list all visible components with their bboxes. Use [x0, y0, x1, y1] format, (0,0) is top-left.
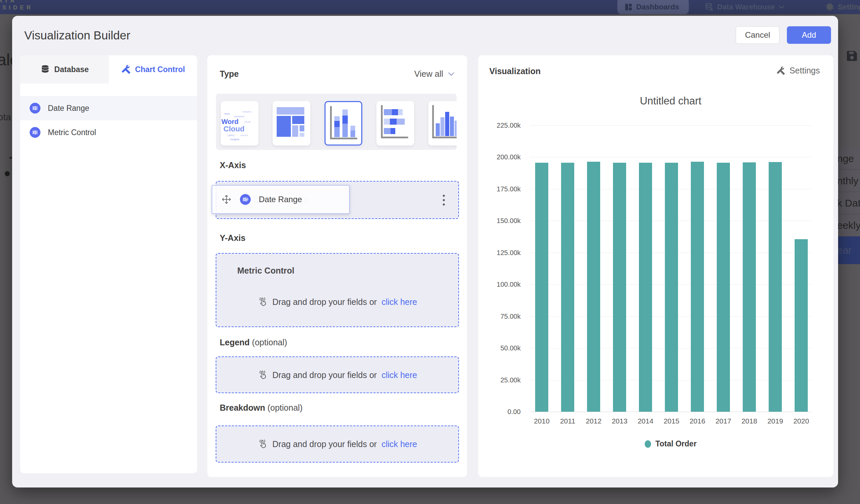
legend-dot	[645, 440, 651, 448]
y-axis-tick-label: 150.00k	[478, 217, 521, 225]
svg-text:Word: Word	[221, 118, 239, 125]
background-dropdown-fragment: nge nthly k Date eekly ear	[836, 147, 860, 264]
dropdown-option-fragment[interactable]: nthly	[836, 170, 860, 192]
add-button[interactable]: Add	[787, 26, 831, 44]
dropdown-option-fragment[interactable]: nge	[836, 147, 860, 170]
svg-text:ness: ness	[224, 112, 230, 115]
dropdown-option-fragment[interactable]: eekly	[836, 214, 860, 236]
chart-gridline	[530, 125, 812, 126]
tools-icon	[121, 64, 131, 74]
chevron-down-icon	[778, 5, 785, 9]
field-item-label: Date Range	[48, 104, 89, 113]
svg-text:analytics: analytics	[242, 111, 252, 113]
bar-2015[interactable]	[665, 163, 678, 412]
click-here-link[interactable]: click here	[382, 370, 417, 380]
drop-hint: Drag and drop your fields or click here	[216, 439, 458, 449]
gear-icon	[825, 2, 834, 12]
drop-hint-text: Drag and drop your fields or	[272, 370, 377, 380]
y-axis-zone-label: Metric Control	[237, 266, 294, 276]
fields-panel: Database Chart Control Date Range	[20, 55, 197, 473]
field-item-date-range[interactable]: Date Range	[20, 96, 197, 120]
chart-type-histogram[interactable]	[428, 101, 457, 146]
chart-type-stacked-bar[interactable]	[376, 101, 414, 146]
top-navbar: DATA INSIDER Dashboards Data Warehouse S…	[0, 0, 860, 14]
svg-text:keyword: keyword	[234, 115, 244, 118]
database-icon	[40, 64, 50, 74]
y-axis-tick-label: 200.00k	[478, 153, 521, 161]
chart-legend[interactable]: Total Order	[530, 439, 812, 448]
bar-2020[interactable]	[794, 239, 808, 412]
chart-type-treemap[interactable]	[273, 101, 310, 146]
drop-hint-text: Drag and drop your fields or	[272, 297, 377, 307]
nav-data-warehouse-label: Data Warehouse	[717, 3, 775, 12]
visualization-panel: Visualization Settings Untitled chart To…	[478, 55, 833, 477]
drop-hint: Drag and drop your fields or click here	[216, 370, 458, 380]
type-heading: Type	[220, 69, 239, 79]
svg-text:insights: insights	[230, 138, 239, 141]
tab-database[interactable]: Database	[20, 55, 109, 84]
tune-icon	[30, 127, 40, 138]
svg-text:metrics: metrics	[240, 134, 248, 136]
logo-line1: DATA	[0, 0, 33, 4]
bar-2017[interactable]	[717, 163, 730, 412]
tune-icon	[30, 103, 40, 114]
drop-hint-text: Drag and drop your fields or	[272, 439, 377, 449]
fields-panel-tabs: Database Chart Control	[20, 55, 197, 84]
y-axis-heading: Y-Axis	[220, 233, 245, 243]
bar-2010[interactable]	[535, 163, 548, 412]
y-axis-tick-label: 25.00k	[478, 376, 521, 384]
kebab-menu-icon[interactable]	[439, 193, 449, 207]
bar-2011[interactable]	[561, 163, 574, 412]
save-icon	[845, 49, 859, 63]
chart-type-word-cloud[interactable]: ness analytics keyword Word trends Cloud…	[221, 101, 258, 146]
legend-dropzone[interactable]: Drag and drop your fields or click here	[216, 357, 459, 393]
y-axis-tick-label: 75.00k	[478, 312, 521, 320]
y-axis-tick-label: 175.00k	[478, 185, 521, 193]
y-axis-dropzone[interactable]: Metric Control Drag and drop your fields…	[216, 253, 459, 327]
view-all-label: View all	[414, 69, 443, 79]
nav-dashboards-label: Dashboards	[636, 3, 679, 12]
drop-hint: Drag and drop your fields or click here	[216, 297, 458, 307]
x-axis-tick-label: 2020	[786, 417, 817, 425]
app-logo: DATA INSIDER	[0, 0, 33, 11]
background-text-fragment-small: ota	[0, 112, 11, 123]
breakdown-dropzone[interactable]: Drag and drop your fields or click here	[216, 426, 459, 463]
click-here-link[interactable]: click here	[382, 439, 417, 449]
view-all-dropdown[interactable]: View all	[414, 69, 455, 79]
legend-heading: Legend (optional)	[220, 337, 287, 347]
dragged-field-chip[interactable]: Date Range	[212, 185, 350, 214]
nav-data-warehouse[interactable]: Data Warehouse	[704, 0, 785, 14]
click-hand-icon	[257, 439, 268, 449]
click-hand-icon	[257, 370, 268, 380]
dashboards-icon	[624, 3, 633, 12]
field-item-label: Metric Control	[48, 128, 96, 137]
bar-2013[interactable]	[613, 163, 626, 412]
dropdown-option-fragment[interactable]: k Date	[836, 192, 860, 214]
background-bullet-fragment	[5, 171, 10, 176]
y-axis-tick-label: 50.00k	[478, 344, 521, 352]
logo-line2: INSIDER	[0, 4, 33, 11]
x-axis-heading: X-Axis	[220, 160, 246, 170]
move-icon	[221, 194, 232, 205]
visualization-builder-modal: Visualization Builder Cancel Add Databas…	[12, 16, 838, 488]
click-here-link[interactable]: click here	[382, 297, 417, 307]
y-axis-tick-label: 125.00k	[478, 249, 521, 256]
bar-2018[interactable]	[743, 162, 756, 412]
nav-settings[interactable]: Settings	[825, 0, 860, 14]
bar-2019[interactable]	[769, 162, 782, 412]
nav-dashboards[interactable]: Dashboards	[624, 0, 679, 14]
modal-title: Visualization Builder	[24, 29, 130, 42]
y-axis-tick-label: 100.00k	[478, 280, 521, 288]
breakdown-optional-label: (optional)	[268, 403, 303, 412]
bar-2012[interactable]	[587, 162, 600, 412]
chevron-down-icon	[448, 72, 455, 76]
cancel-button[interactable]: Cancel	[736, 26, 779, 44]
tab-chart-control[interactable]: Chart Control	[109, 55, 198, 84]
tab-database-label: Database	[54, 65, 89, 74]
bar-2014[interactable]	[639, 163, 652, 412]
dropdown-option-fragment-selected[interactable]: ear	[836, 236, 860, 264]
chart-gridline	[530, 157, 812, 157]
bar-2016[interactable]	[691, 162, 704, 412]
chart-type-stacked-column[interactable]	[325, 101, 362, 146]
field-item-metric-control[interactable]: Metric Control	[20, 120, 197, 145]
